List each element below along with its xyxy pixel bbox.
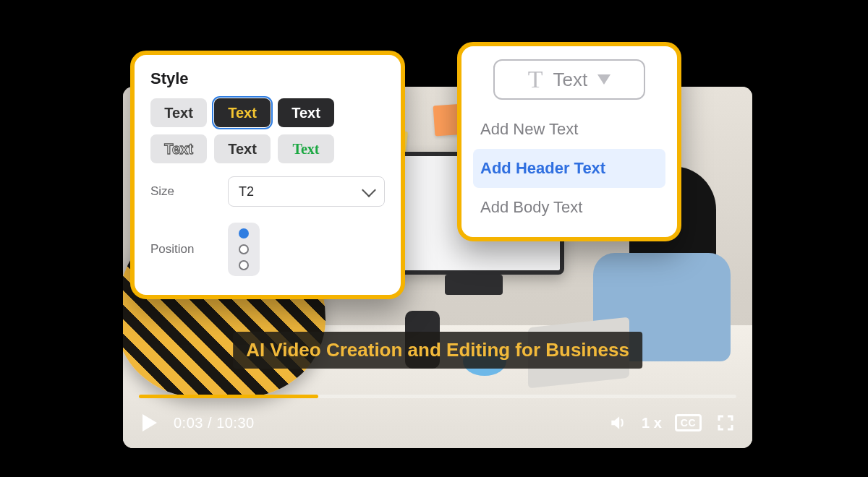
volume-button[interactable] xyxy=(607,412,629,434)
playback-speed[interactable]: 1 x xyxy=(642,415,662,431)
time-display: 0:03 / 10:30 xyxy=(174,415,255,431)
chevron-down-icon xyxy=(362,183,376,197)
time-current: 0:03 xyxy=(174,415,203,431)
text-icon: T xyxy=(528,66,543,93)
size-select[interactable]: T2 xyxy=(228,176,385,207)
style-swatch-2[interactable]: Text xyxy=(278,98,334,127)
size-value: T2 xyxy=(239,184,254,199)
fullscreen-button[interactable] xyxy=(715,412,736,434)
fullscreen-icon xyxy=(717,414,734,431)
text-menu-item-2[interactable]: Add Body Text xyxy=(473,188,665,227)
caret-down-icon xyxy=(597,74,610,85)
text-menu-item-1[interactable]: Add Header Text xyxy=(473,149,665,188)
progress-bar[interactable] xyxy=(139,395,736,398)
style-swatch-3[interactable]: Text xyxy=(150,134,207,163)
size-label: Size xyxy=(150,184,212,199)
play-button[interactable] xyxy=(139,412,161,434)
position-option-top[interactable] xyxy=(239,228,249,239)
closed-captions-button[interactable]: CC xyxy=(675,414,702,431)
text-popover: T Text Add New Text Add Header Text Add … xyxy=(457,42,681,241)
style-swatch-1[interactable]: Text xyxy=(214,98,271,127)
position-label: Position xyxy=(150,242,212,257)
text-dropdown-trigger[interactable]: T Text xyxy=(493,59,645,100)
time-total: 10:30 xyxy=(216,415,255,431)
style-swatch-0[interactable]: Text xyxy=(150,98,207,127)
style-panel: Style Text Text Text Text Text Text Size… xyxy=(130,51,405,299)
position-selector xyxy=(228,223,260,276)
style-panel-title: Style xyxy=(150,69,385,88)
video-caption: AI Video Creation and Editing for Busine… xyxy=(233,332,642,369)
style-swatch-4[interactable]: Text xyxy=(214,134,271,163)
video-controls: 0:03 / 10:30 1 x CC xyxy=(123,386,752,448)
volume-icon xyxy=(608,413,627,432)
position-option-bottom[interactable] xyxy=(239,260,249,270)
style-swatch-5[interactable]: Text xyxy=(278,134,334,163)
text-dropdown-label: Text xyxy=(553,69,588,91)
play-icon xyxy=(142,414,157,431)
style-swatches: Text Text Text Text Text Text xyxy=(150,98,385,163)
text-menu-item-0[interactable]: Add New Text xyxy=(473,110,665,149)
position-option-middle[interactable] xyxy=(239,244,249,254)
